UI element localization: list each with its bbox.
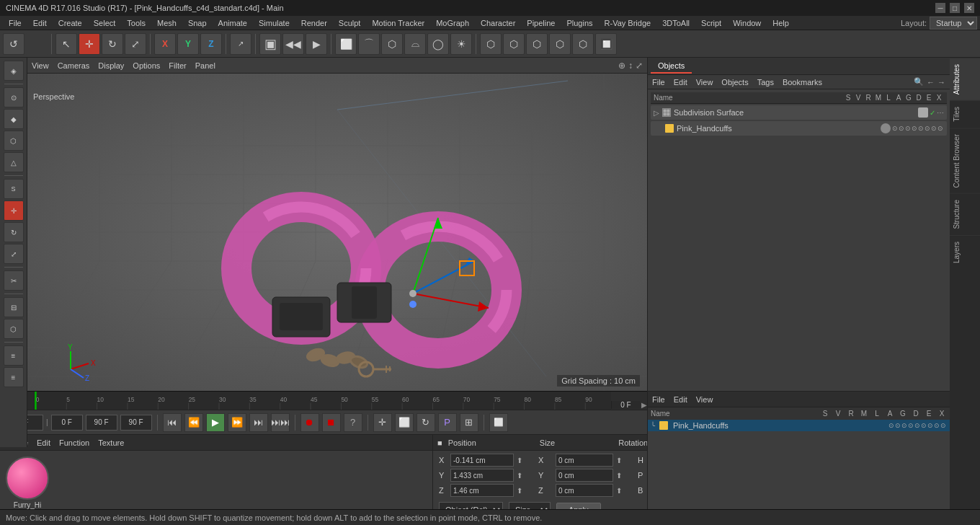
layers2-button[interactable]: ≡ bbox=[4, 367, 24, 387]
go-first-button[interactable]: ⏮ bbox=[163, 413, 182, 432]
mode3-button[interactable]: ⬡ bbox=[526, 33, 548, 55]
size-y-arrow[interactable]: ⬆ bbox=[616, 472, 628, 480]
move-tool-button[interactable]: ✛ bbox=[79, 33, 100, 55]
mat-function[interactable]: Function bbox=[59, 438, 89, 447]
select-tool-button[interactable]: ↖ bbox=[55, 33, 77, 55]
rotate-tool-button[interactable]: ↻ bbox=[102, 33, 123, 55]
size-z-arrow[interactable]: ⬆ bbox=[616, 487, 628, 495]
go-next-button[interactable]: ⏩ bbox=[228, 413, 246, 432]
mode2-button[interactable]: ⬡ bbox=[503, 33, 525, 55]
menu-create[interactable]: Create bbox=[53, 17, 88, 29]
handcuffs-sphere[interactable] bbox=[881, 123, 891, 133]
z-axis-button[interactable]: Z bbox=[200, 33, 222, 55]
layers-button[interactable]: ≡ bbox=[4, 345, 24, 366]
viewport-icon-2[interactable]: ↕ bbox=[628, 61, 633, 71]
x-axis-button[interactable]: X bbox=[154, 33, 176, 55]
box-btn[interactable]: ⬜ bbox=[395, 413, 414, 432]
cube-button[interactable]: ⬜ bbox=[335, 33, 357, 55]
menu-motion-tracker[interactable]: Motion Tracker bbox=[366, 17, 430, 29]
menu-3dtoall[interactable]: 3DToAll bbox=[656, 17, 695, 29]
menu-window[interactable]: Window bbox=[727, 17, 767, 29]
go-prev-button[interactable]: ⏪ bbox=[184, 413, 203, 432]
far-right-tab-content-browser[interactable]: Content Browser bbox=[950, 128, 980, 193]
expand-icon-subdivision[interactable]: ▷ bbox=[654, 109, 659, 117]
pos-x-arrow[interactable]: ⬆ bbox=[517, 456, 528, 464]
menu-character[interactable]: Character bbox=[475, 17, 521, 29]
alt-end-frame-input[interactable] bbox=[120, 415, 152, 431]
menu-pipeline[interactable]: Pipeline bbox=[521, 17, 561, 29]
rpm-objects[interactable]: Objects bbox=[721, 78, 748, 87]
tab-objects[interactable]: Objects bbox=[651, 59, 692, 74]
size-y-input[interactable] bbox=[556, 469, 613, 482]
stop-button[interactable]: ⏹ bbox=[322, 413, 341, 432]
go-end-button[interactable]: ⏭⏭ bbox=[271, 413, 290, 432]
menu-simulate[interactable]: Simulate bbox=[253, 17, 295, 29]
scale-tool-side-button[interactable]: ⤢ bbox=[4, 244, 24, 264]
mat-texture[interactable]: Texture bbox=[98, 438, 124, 447]
nurbs-button[interactable]: ⬡ bbox=[381, 33, 403, 55]
rotate-btn[interactable]: ↻ bbox=[416, 413, 435, 432]
object-row-handcuffs[interactable]: Pink_Handcuffs ⊙⊙⊙⊙⊙⊙⊙⊙ bbox=[651, 121, 947, 136]
menu-select[interactable]: Select bbox=[88, 17, 122, 29]
mode4-button[interactable]: ⬡ bbox=[549, 33, 571, 55]
knife-tool-button[interactable]: ✂ bbox=[4, 270, 24, 291]
viewport-menu-panel[interactable]: Panel bbox=[195, 61, 215, 70]
far-right-tab-attributes[interactable]: Attributes bbox=[950, 58, 980, 100]
menu-mesh[interactable]: Mesh bbox=[151, 17, 182, 29]
timeline-btn[interactable]: ⬜ bbox=[489, 413, 508, 432]
edge-mode-button[interactable]: ⬡ bbox=[4, 131, 24, 151]
omt-edit[interactable]: Edit bbox=[674, 395, 687, 404]
viewport-menu-view[interactable]: View bbox=[32, 61, 49, 70]
menu-rway-bridge[interactable]: R-Vay Bridge bbox=[599, 17, 657, 29]
far-right-tab-layers[interactable]: Layers bbox=[950, 235, 980, 269]
start-frame-input[interactable] bbox=[51, 415, 83, 431]
forward-icon[interactable]: → bbox=[937, 78, 945, 87]
scene-canvas[interactable]: X Y Z Perspective Grid Spacing : 10 cm bbox=[27, 74, 647, 391]
rpm-view[interactable]: View bbox=[696, 78, 713, 87]
pos-y-arrow[interactable]: ⬆ bbox=[517, 472, 528, 480]
viewport-menu-display[interactable]: Display bbox=[98, 61, 124, 70]
object-row-subdivision[interactable]: ▷ Subdivision Surface ✓ ⋯ bbox=[651, 105, 947, 120]
objm-row-handcuffs[interactable]: ╰ Pink_Handcuffs ⊙⊙⊙⊙⊙⊙⊙⊙⊙ bbox=[648, 420, 950, 431]
rotate-tool-side-button[interactable]: ↻ bbox=[4, 222, 24, 242]
menu-edit[interactable]: Edit bbox=[27, 17, 53, 29]
minimize-button[interactable]: ─ bbox=[935, 3, 945, 13]
go-last-button[interactable]: ⏭ bbox=[249, 413, 268, 432]
menu-script[interactable]: Script bbox=[695, 17, 727, 29]
play-pause-button[interactable]: ▶ bbox=[206, 413, 225, 432]
viewport[interactable]: View Cameras Display Options Filter Pane… bbox=[27, 58, 647, 391]
redo-button[interactable] bbox=[26, 33, 48, 55]
viewport-menu-options[interactable]: Options bbox=[133, 61, 160, 70]
back-icon[interactable]: ← bbox=[927, 78, 935, 87]
scene-button[interactable]: ◯ bbox=[427, 33, 449, 55]
bevel-button[interactable]: ⬡ bbox=[4, 319, 24, 339]
scale-tool-button[interactable]: ⤢ bbox=[125, 33, 146, 55]
pos-z-input[interactable] bbox=[450, 484, 514, 497]
menu-help[interactable]: Help bbox=[767, 17, 795, 29]
play-prev-button[interactable]: ◀◀ bbox=[282, 33, 304, 55]
mode5-button[interactable]: ⬡ bbox=[572, 33, 594, 55]
size-z-input[interactable] bbox=[556, 484, 613, 497]
object-mode-button[interactable]: ⊙ bbox=[4, 87, 24, 107]
info-button[interactable]: ? bbox=[344, 413, 362, 432]
spline-button[interactable]: ⌒ bbox=[358, 33, 380, 55]
mode1-button[interactable]: ⬡ bbox=[480, 33, 502, 55]
record-button[interactable]: ▣ bbox=[259, 33, 281, 55]
menu-render[interactable]: Render bbox=[295, 17, 333, 29]
model-mode-button[interactable]: ◈ bbox=[4, 61, 24, 81]
material-item[interactable]: Furry_Hi bbox=[6, 456, 49, 509]
search-icon[interactable]: 🔍 bbox=[914, 77, 924, 87]
close-button[interactable]: ✕ bbox=[964, 3, 974, 13]
pos-x-input[interactable] bbox=[450, 454, 514, 467]
far-right-tab-tiles[interactable]: Tiles bbox=[950, 100, 980, 128]
viewport-icon-1[interactable]: ⊕ bbox=[618, 61, 625, 71]
play-button[interactable]: ▶ bbox=[306, 33, 327, 55]
end-frame-input[interactable] bbox=[86, 415, 117, 431]
menu-snap[interactable]: Snap bbox=[182, 17, 213, 29]
pos-z-arrow[interactable]: ⬆ bbox=[517, 487, 528, 495]
layout-select[interactable]: Startup bbox=[930, 17, 977, 30]
record-button-transport[interactable]: ⏺ bbox=[300, 413, 319, 432]
undo-button[interactable]: ↺ bbox=[3, 33, 24, 55]
mat-edit[interactable]: Edit bbox=[37, 438, 50, 447]
menu-sculpt[interactable]: Sculpt bbox=[333, 17, 367, 29]
